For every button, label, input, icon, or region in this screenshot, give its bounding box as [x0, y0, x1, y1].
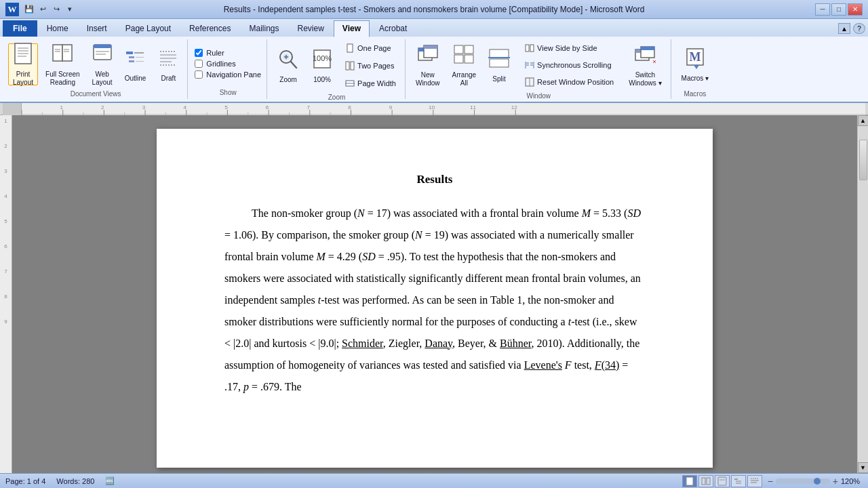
- save-qa-button[interactable]: 💾: [23, 3, 35, 16]
- status-print-layout-button[interactable]: [682, 475, 697, 487]
- ruler-checkbox-row[interactable]: Ruler: [195, 49, 261, 57]
- ruler-v-7: 7: [4, 268, 7, 274]
- tab-pagelayout[interactable]: Page Layout: [117, 20, 180, 37]
- status-draft-button[interactable]: [747, 475, 762, 487]
- svg-text:6: 6: [266, 104, 269, 110]
- tab-acrobat[interactable]: Acrobat: [370, 20, 416, 37]
- two-pages-button[interactable]: Two Pages: [340, 58, 401, 73]
- ribbon-collapse-button[interactable]: ▲: [838, 23, 850, 34]
- tab-mailings[interactable]: Mailings: [240, 20, 288, 37]
- svg-rect-99: [718, 477, 726, 485]
- scroll-up-arrow[interactable]: ▲: [858, 115, 869, 126]
- window-group-label: Window: [526, 91, 551, 100]
- full-screen-label: Full ScreenReading: [45, 70, 80, 87]
- reset-window-position-button[interactable]: Reset Window Position: [520, 75, 618, 89]
- window-buttons: NewWindow ArrangeAll: [411, 41, 667, 89]
- italic-t2: t: [568, 316, 571, 327]
- svg-rect-46: [490, 49, 509, 58]
- macros-label: Macros ▾: [682, 75, 709, 83]
- word-app-icon: W: [5, 3, 19, 16]
- ruler-checkbox[interactable]: [195, 49, 203, 57]
- reset-window-position-label: Reset Window Position: [537, 78, 614, 86]
- zoom-slider[interactable]: [776, 479, 830, 484]
- svg-rect-56: [641, 47, 654, 50]
- ruler-v-3: 3: [4, 168, 7, 174]
- navigation-pane-checkbox-row[interactable]: Navigation Pane: [195, 70, 261, 79]
- tab-home[interactable]: Home: [38, 20, 77, 37]
- draft-button[interactable]: Draft: [153, 43, 183, 85]
- status-web-layout-button[interactable]: [715, 475, 730, 487]
- zoom-button[interactable]: Zoom: [273, 45, 304, 87]
- zoom-100-button[interactable]: 100% 100%: [307, 45, 338, 87]
- one-page-button[interactable]: One Page: [340, 41, 401, 56]
- page-width-button[interactable]: Page Width: [340, 76, 401, 91]
- italic-N2: N: [415, 229, 422, 241]
- macros-buttons: M Macros ▾: [677, 41, 714, 87]
- arrange-all-button[interactable]: ArrangeAll: [448, 44, 481, 86]
- switch-windows-button[interactable]: SwitchWindows ▾: [624, 44, 666, 86]
- help-button[interactable]: ?: [853, 23, 865, 34]
- tab-references[interactable]: References: [180, 20, 239, 37]
- italic-ttest: t: [318, 294, 321, 306]
- ruler-v-5: 5: [4, 218, 7, 224]
- ribbon-tabs: File Home Insert Page Layout References …: [0, 19, 868, 37]
- zoom-minus-button[interactable]: −: [768, 476, 773, 487]
- word-count: Words: 280: [56, 477, 94, 485]
- ruler-v-6: 6: [4, 243, 7, 249]
- show-label: Show: [195, 87, 261, 96]
- svg-text:5: 5: [224, 104, 228, 110]
- web-layout-button[interactable]: WebLayout: [87, 43, 117, 85]
- outline-label: Outline: [125, 75, 146, 83]
- italic-M2: M: [317, 251, 326, 262]
- italic-F2: F: [595, 359, 601, 371]
- document-container[interactable]: Results The non-smoker group (N = 17) wa…: [12, 115, 857, 473]
- svg-rect-97: [702, 478, 705, 485]
- scroll-down-arrow[interactable]: ▼: [858, 462, 869, 473]
- full-screen-reading-button[interactable]: Full ScreenReading: [41, 43, 85, 85]
- undo-qa-button[interactable]: ↩: [37, 3, 49, 16]
- print-layout-button[interactable]: PrintLayout: [8, 43, 38, 85]
- outline-button[interactable]: Outline: [120, 43, 151, 85]
- synchronous-scrolling-button[interactable]: Synchronous Scrolling: [520, 58, 618, 73]
- new-window-button[interactable]: NewWindow: [411, 44, 445, 86]
- redo-qa-button[interactable]: ↪: [50, 3, 62, 16]
- split-button[interactable]: Split: [484, 44, 515, 86]
- document-paragraph-1[interactable]: The non-smoker group (N = 17) was associ…: [224, 203, 645, 398]
- synchronous-scrolling-label: Synchronous Scrolling: [537, 61, 611, 69]
- tab-file[interactable]: File: [3, 20, 37, 37]
- close-button[interactable]: ✕: [848, 3, 863, 16]
- scroll-thumb[interactable]: [859, 140, 867, 180]
- zoom-plus-button[interactable]: +: [833, 476, 838, 487]
- two-pages-label: Two Pages: [357, 62, 394, 70]
- document-page[interactable]: Results The non-smoker group (N = 17) wa…: [157, 129, 713, 468]
- status-full-reading-button[interactable]: [698, 475, 713, 487]
- zoom-slider-thumb[interactable]: [814, 478, 821, 485]
- macros-button[interactable]: M Macros ▾: [677, 43, 714, 85]
- view-side-by-side-button[interactable]: View Side by Side: [520, 41, 618, 56]
- ruler-v-4: 4: [4, 193, 7, 199]
- navigation-pane-checkbox[interactable]: [195, 70, 203, 79]
- tab-review[interactable]: Review: [288, 20, 332, 37]
- new-window-label: NewWindow: [416, 71, 440, 87]
- svg-text:1: 1: [60, 104, 63, 110]
- title-left: W 💾 ↩ ↪ ▾: [5, 3, 76, 16]
- vertical-scrollbar[interactable]: ▲ ▼: [857, 115, 868, 473]
- gridlines-checkbox[interactable]: [195, 60, 203, 68]
- tab-view[interactable]: View: [334, 20, 370, 37]
- italic-M1: M: [582, 207, 591, 219]
- language-indicator: 🔤: [105, 476, 115, 485]
- maximize-button[interactable]: □: [831, 3, 846, 16]
- svg-rect-50: [530, 45, 534, 52]
- svg-rect-49: [526, 45, 529, 52]
- zoom-level[interactable]: 120%: [841, 477, 863, 485]
- gridlines-checkbox-row[interactable]: Gridlines: [195, 60, 261, 68]
- scroll-track[interactable]: [859, 126, 868, 462]
- customqat-button[interactable]: ▾: [64, 3, 76, 16]
- svg-rect-12: [94, 45, 111, 48]
- minimize-button[interactable]: ─: [815, 3, 830, 16]
- window-controls: ─ □ ✕: [815, 3, 863, 16]
- ref-Ftest: F(34): [595, 359, 619, 371]
- tab-insert[interactable]: Insert: [78, 20, 116, 37]
- status-outline-button[interactable]: [731, 475, 746, 487]
- ref-levenes: Levene's: [524, 359, 562, 371]
